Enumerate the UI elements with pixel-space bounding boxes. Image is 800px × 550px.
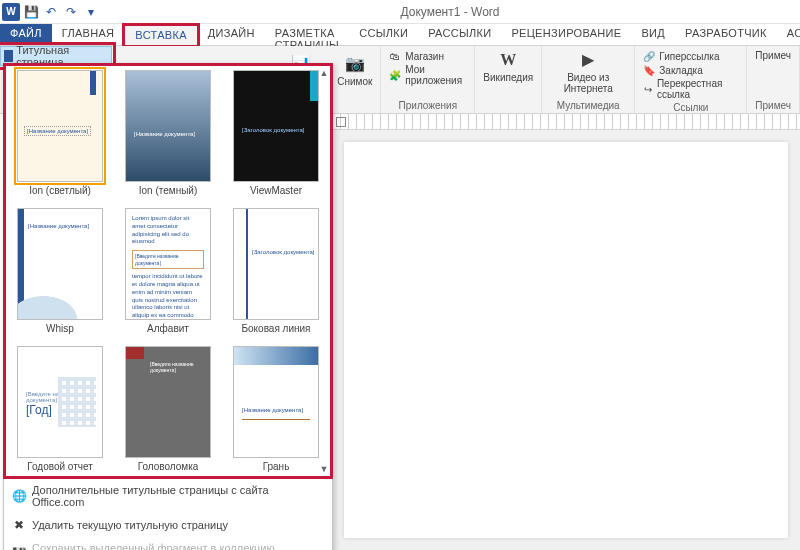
link-icon: 🔗 (643, 50, 655, 62)
save-icon[interactable]: 💾 (22, 3, 40, 21)
word-app-icon: W (2, 3, 20, 21)
document-page[interactable] (344, 142, 788, 538)
cover-page-gallery: [Название документа] Ion (светлый) [Назв… (3, 63, 333, 550)
quick-access-toolbar: W 💾 ↶ ↷ ▾ (0, 3, 100, 21)
scroll-up-icon[interactable]: ▲ (320, 68, 329, 78)
tab-home[interactable]: ГЛАВНАЯ (52, 24, 125, 45)
tab-page-layout[interactable]: РАЗМЕТКА СТРАНИЦЫ (265, 24, 349, 45)
document-title: Документ1 - Word (100, 5, 800, 19)
wikipedia-button[interactable]: WВикипедия (483, 50, 533, 83)
gallery-item-ion-light[interactable]: [Название документа] Ion (светлый) (10, 70, 110, 202)
title-bar: W 💾 ↶ ↷ ▾ Документ1 - Word (0, 0, 800, 24)
remove-cover-page[interactable]: ✖Удалить текущую титульную страницу (4, 513, 332, 537)
document-area (332, 130, 800, 550)
group-media-label: Мультимедиа (550, 100, 626, 111)
store-button[interactable]: 🛍Магазин (389, 50, 466, 62)
tab-mailings[interactable]: РАССЫЛКИ (418, 24, 501, 45)
horizontal-ruler[interactable] (332, 114, 800, 130)
gallery-item-sideline[interactable]: [Заголовок документа] Боковая линия (226, 208, 326, 340)
gallery-footer: 🌐Дополнительные титульные страницы с сай… (4, 478, 332, 550)
ribbon-group-media: ▶Видео из Интернета Мультимедиа (542, 46, 635, 113)
bookmark-icon: 🔖 (643, 64, 655, 76)
ribbon-group-comments: Примеч Примеч (747, 46, 800, 113)
gallery-item-viewmaster[interactable]: [Заголовок документа] ViewMaster (226, 70, 326, 202)
group-comments-label: Примеч (755, 100, 791, 111)
gallery-item-puzzle[interactable]: [Введите название документа] Головоломка (118, 346, 218, 478)
tab-review[interactable]: РЕЦЕНЗИРОВАНИЕ (501, 24, 631, 45)
tab-acrobat[interactable]: ACROBAT (777, 24, 800, 45)
store-icon: 🛍 (389, 50, 401, 62)
cover-page-icon (4, 50, 13, 62)
hyperlink-button[interactable]: 🔗Гиперссылка (643, 50, 738, 62)
crossref-button[interactable]: ↪Перекрестная ссылка (643, 78, 738, 100)
ribbon-group-apps: 🛍Магазин 🧩Мои приложения Приложения (381, 46, 475, 113)
undo-icon[interactable]: ↶ (42, 3, 60, 21)
gallery-item-whisp[interactable]: [Название документа] Whisp (10, 208, 110, 340)
my-apps-button[interactable]: 🧩Мои приложения (389, 64, 466, 86)
gallery-item-facet[interactable]: [Название документа] Грань (226, 346, 326, 478)
gallery-item-annual[interactable]: [Введите название документа][Год] Годово… (10, 346, 110, 478)
tab-insert[interactable]: ВСТАВКА (124, 25, 197, 46)
gallery-scrollbar[interactable]: ▲ ▼ (316, 64, 332, 478)
tab-view[interactable]: ВИД (631, 24, 675, 45)
tab-developer[interactable]: РАЗРАБОТЧИК (675, 24, 777, 45)
gallery-item-alphabet[interactable]: Lorem ipsum dolor sit amet consectetur a… (118, 208, 218, 340)
wikipedia-icon: W (498, 50, 518, 70)
gallery-grid: [Название документа] Ion (светлый) [Назв… (10, 70, 326, 478)
online-video-button[interactable]: ▶Видео из Интернета (550, 50, 626, 94)
more-cover-pages[interactable]: 🌐Дополнительные титульные страницы с сай… (4, 479, 332, 513)
screenshot-icon: 📷 (345, 54, 365, 74)
screenshot-button[interactable]: 📷Снимок (337, 54, 372, 87)
save-selection-cover: 💾Сохранить выделенный фрагмент в коллекц… (4, 537, 332, 550)
crossref-icon: ↪ (643, 83, 653, 95)
ribbon-tabs: ФАЙЛ ГЛАВНАЯ ВСТАВКА ДИЗАЙН РАЗМЕТКА СТР… (0, 24, 800, 46)
office-icon: 🌐 (12, 489, 26, 503)
redo-icon[interactable]: ↷ (62, 3, 80, 21)
gallery-item-ion-dark[interactable]: [Название документа] Ion (темный) (118, 70, 218, 202)
group-apps-label: Приложения (389, 100, 466, 111)
ribbon-group-wikipedia: WВикипедия (475, 46, 542, 113)
remove-icon: ✖ (12, 518, 26, 532)
ribbon-group-links: 🔗Гиперссылка 🔖Закладка ↪Перекрестная ссы… (635, 46, 747, 113)
tab-design[interactable]: ДИЗАЙН (198, 24, 265, 45)
bookmark-button[interactable]: 🔖Закладка (643, 64, 738, 76)
qat-customize-icon[interactable]: ▾ (82, 3, 100, 21)
comment-button[interactable]: Примеч (755, 50, 791, 61)
apps-icon: 🧩 (389, 69, 401, 81)
scroll-down-icon[interactable]: ▼ (320, 464, 329, 474)
tab-references[interactable]: ССЫЛКИ (349, 24, 418, 45)
video-icon: ▶ (578, 50, 598, 70)
group-links-label: Ссылки (643, 102, 738, 113)
tab-file[interactable]: ФАЙЛ (0, 24, 52, 45)
